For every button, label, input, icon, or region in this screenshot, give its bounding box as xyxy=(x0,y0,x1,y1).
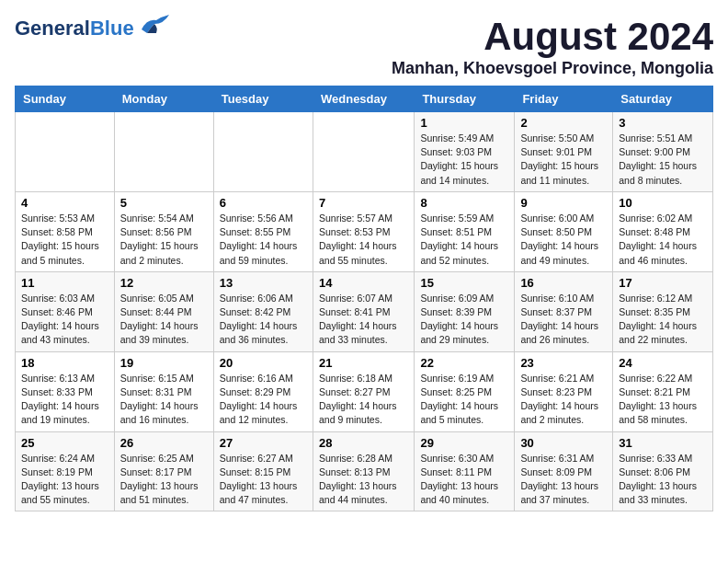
day-cell: 1Sunrise: 5:49 AM Sunset: 9:03 PM Daylig… xyxy=(415,112,515,192)
day-cell: 10Sunrise: 6:02 AM Sunset: 8:48 PM Dayli… xyxy=(613,191,713,271)
week-row-1: 1Sunrise: 5:49 AM Sunset: 9:03 PM Daylig… xyxy=(16,112,713,192)
day-info: Sunrise: 6:12 AM Sunset: 8:35 PM Dayligh… xyxy=(619,292,707,348)
day-cell: 11Sunrise: 6:03 AM Sunset: 8:46 PM Dayli… xyxy=(16,271,115,351)
weekday-header-row: SundayMondayTuesdayWednesdayThursdayFrid… xyxy=(16,86,713,112)
day-cell: 16Sunrise: 6:10 AM Sunset: 8:37 PM Dayli… xyxy=(515,271,613,351)
day-number: 17 xyxy=(619,276,707,290)
day-number: 14 xyxy=(319,276,408,290)
day-info: Sunrise: 5:53 AM Sunset: 8:58 PM Dayligh… xyxy=(21,212,108,268)
day-number: 25 xyxy=(21,436,108,450)
day-number: 29 xyxy=(420,436,508,450)
weekday-header-thursday: Thursday xyxy=(415,86,515,112)
weekday-header-wednesday: Wednesday xyxy=(313,86,414,112)
day-info: Sunrise: 5:50 AM Sunset: 9:01 PM Dayligh… xyxy=(520,132,607,188)
day-cell: 13Sunrise: 6:06 AM Sunset: 8:42 PM Dayli… xyxy=(213,271,313,351)
week-row-5: 25Sunrise: 6:24 AM Sunset: 8:19 PM Dayli… xyxy=(16,431,713,511)
day-cell xyxy=(16,112,115,192)
day-number: 18 xyxy=(21,356,108,370)
day-info: Sunrise: 6:13 AM Sunset: 8:33 PM Dayligh… xyxy=(21,372,108,428)
day-number: 27 xyxy=(220,436,307,450)
day-info: Sunrise: 6:10 AM Sunset: 8:37 PM Dayligh… xyxy=(520,292,607,348)
day-number: 1 xyxy=(420,116,508,130)
day-cell: 25Sunrise: 6:24 AM Sunset: 8:19 PM Dayli… xyxy=(16,431,115,511)
day-info: Sunrise: 6:22 AM Sunset: 8:21 PM Dayligh… xyxy=(619,372,707,428)
day-number: 28 xyxy=(319,436,408,450)
day-cell: 24Sunrise: 6:22 AM Sunset: 8:21 PM Dayli… xyxy=(613,351,713,431)
day-cell: 30Sunrise: 6:31 AM Sunset: 8:09 PM Dayli… xyxy=(515,431,613,511)
day-info: Sunrise: 5:57 AM Sunset: 8:53 PM Dayligh… xyxy=(319,212,408,268)
day-info: Sunrise: 6:21 AM Sunset: 8:23 PM Dayligh… xyxy=(520,372,607,428)
title-area: August 2024 Manhan, Khoevsgoel Province,… xyxy=(392,15,713,78)
day-info: Sunrise: 6:30 AM Sunset: 8:11 PM Dayligh… xyxy=(420,452,508,508)
day-cell: 28Sunrise: 6:28 AM Sunset: 8:13 PM Dayli… xyxy=(313,431,414,511)
day-number: 19 xyxy=(120,356,208,370)
day-info: Sunrise: 6:19 AM Sunset: 8:25 PM Dayligh… xyxy=(420,372,508,428)
day-info: Sunrise: 5:56 AM Sunset: 8:55 PM Dayligh… xyxy=(220,212,307,268)
day-cell: 2Sunrise: 5:50 AM Sunset: 9:01 PM Daylig… xyxy=(515,112,613,192)
day-number: 15 xyxy=(420,276,508,290)
day-number: 31 xyxy=(619,436,707,450)
weekday-header-sunday: Sunday xyxy=(16,86,115,112)
day-cell: 20Sunrise: 6:16 AM Sunset: 8:29 PM Dayli… xyxy=(213,351,313,431)
day-number: 7 xyxy=(319,196,408,210)
day-number: 5 xyxy=(120,196,208,210)
day-info: Sunrise: 5:49 AM Sunset: 9:03 PM Dayligh… xyxy=(420,132,508,188)
day-cell: 5Sunrise: 5:54 AM Sunset: 8:56 PM Daylig… xyxy=(114,191,213,271)
logo-bird-icon xyxy=(138,11,171,42)
day-number: 9 xyxy=(520,196,607,210)
day-cell: 17Sunrise: 6:12 AM Sunset: 8:35 PM Dayli… xyxy=(613,271,713,351)
weekday-header-friday: Friday xyxy=(515,86,613,112)
day-cell xyxy=(114,112,213,192)
day-cell: 18Sunrise: 6:13 AM Sunset: 8:33 PM Dayli… xyxy=(16,351,115,431)
day-cell: 31Sunrise: 6:33 AM Sunset: 8:06 PM Dayli… xyxy=(613,431,713,511)
day-number: 11 xyxy=(21,276,108,290)
day-info: Sunrise: 6:31 AM Sunset: 8:09 PM Dayligh… xyxy=(520,452,607,508)
day-info: Sunrise: 6:07 AM Sunset: 8:41 PM Dayligh… xyxy=(319,292,408,348)
day-info: Sunrise: 6:05 AM Sunset: 8:44 PM Dayligh… xyxy=(120,292,208,348)
day-number: 3 xyxy=(619,116,707,130)
day-number: 26 xyxy=(120,436,208,450)
day-cell: 22Sunrise: 6:19 AM Sunset: 8:25 PM Dayli… xyxy=(415,351,515,431)
day-info: Sunrise: 6:25 AM Sunset: 8:17 PM Dayligh… xyxy=(120,452,208,508)
day-number: 10 xyxy=(619,196,707,210)
week-row-4: 18Sunrise: 6:13 AM Sunset: 8:33 PM Dayli… xyxy=(16,351,713,431)
day-info: Sunrise: 6:28 AM Sunset: 8:13 PM Dayligh… xyxy=(319,452,408,508)
logo-blue-text: Blue xyxy=(90,17,134,40)
header: GeneralBlue August 2024 Manhan, Khoevsgo… xyxy=(15,15,713,78)
day-number: 24 xyxy=(619,356,707,370)
day-cell: 21Sunrise: 6:18 AM Sunset: 8:27 PM Dayli… xyxy=(313,351,414,431)
day-cell: 6Sunrise: 5:56 AM Sunset: 8:55 PM Daylig… xyxy=(213,191,313,271)
day-cell: 9Sunrise: 6:00 AM Sunset: 8:50 PM Daylig… xyxy=(515,191,613,271)
day-number: 2 xyxy=(520,116,607,130)
day-number: 23 xyxy=(520,356,607,370)
week-row-2: 4Sunrise: 5:53 AM Sunset: 8:58 PM Daylig… xyxy=(16,191,713,271)
day-cell: 29Sunrise: 6:30 AM Sunset: 8:11 PM Dayli… xyxy=(415,431,515,511)
day-number: 20 xyxy=(220,356,307,370)
calendar-table: SundayMondayTuesdayWednesdayThursdayFrid… xyxy=(15,86,713,511)
day-info: Sunrise: 6:09 AM Sunset: 8:39 PM Dayligh… xyxy=(420,292,508,348)
day-info: Sunrise: 6:06 AM Sunset: 8:42 PM Dayligh… xyxy=(220,292,307,348)
day-cell: 14Sunrise: 6:07 AM Sunset: 8:41 PM Dayli… xyxy=(313,271,414,351)
day-info: Sunrise: 6:15 AM Sunset: 8:31 PM Dayligh… xyxy=(120,372,208,428)
week-row-3: 11Sunrise: 6:03 AM Sunset: 8:46 PM Dayli… xyxy=(16,271,713,351)
day-number: 16 xyxy=(520,276,607,290)
day-info: Sunrise: 6:24 AM Sunset: 8:19 PM Dayligh… xyxy=(21,452,108,508)
day-cell: 23Sunrise: 6:21 AM Sunset: 8:23 PM Dayli… xyxy=(515,351,613,431)
day-cell: 27Sunrise: 6:27 AM Sunset: 8:15 PM Dayli… xyxy=(213,431,313,511)
day-number: 12 xyxy=(120,276,208,290)
day-cell: 4Sunrise: 5:53 AM Sunset: 8:58 PM Daylig… xyxy=(16,191,115,271)
logo-text: GeneralBlue xyxy=(15,17,134,40)
day-number: 22 xyxy=(420,356,508,370)
day-info: Sunrise: 5:54 AM Sunset: 8:56 PM Dayligh… xyxy=(120,212,208,268)
day-cell: 8Sunrise: 5:59 AM Sunset: 8:51 PM Daylig… xyxy=(415,191,515,271)
day-number: 13 xyxy=(220,276,307,290)
day-info: Sunrise: 5:51 AM Sunset: 9:00 PM Dayligh… xyxy=(619,132,707,188)
day-cell: 7Sunrise: 5:57 AM Sunset: 8:53 PM Daylig… xyxy=(313,191,414,271)
logo-general: General xyxy=(15,17,90,40)
day-cell: 3Sunrise: 5:51 AM Sunset: 9:00 PM Daylig… xyxy=(613,112,713,192)
day-cell xyxy=(313,112,414,192)
day-info: Sunrise: 6:16 AM Sunset: 8:29 PM Dayligh… xyxy=(220,372,307,428)
day-cell: 19Sunrise: 6:15 AM Sunset: 8:31 PM Dayli… xyxy=(114,351,213,431)
day-info: Sunrise: 5:59 AM Sunset: 8:51 PM Dayligh… xyxy=(420,212,508,268)
day-number: 21 xyxy=(319,356,408,370)
